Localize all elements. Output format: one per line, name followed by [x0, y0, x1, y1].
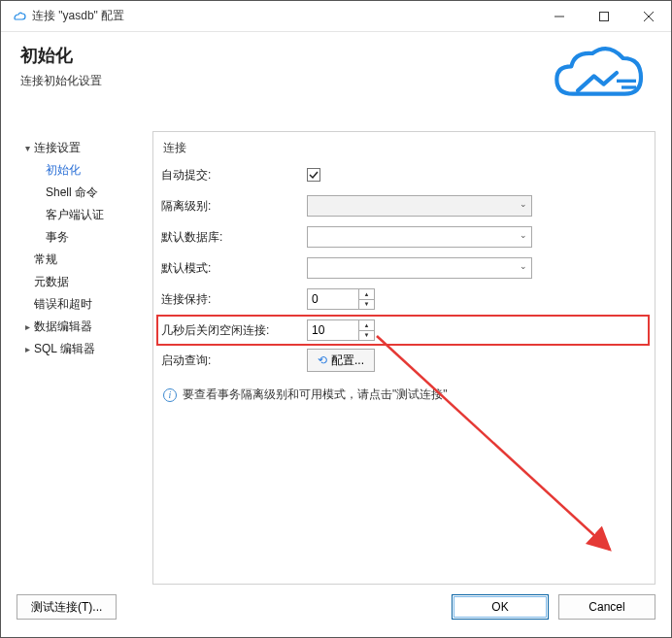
titlebar: 连接 "yasdb" 配置	[1, 1, 671, 32]
isolation-label: 隔离级别:	[161, 198, 307, 215]
app-icon	[11, 9, 26, 24]
dialog-window: 连接 "yasdb" 配置 初始化 连接初始化设置 ▾连接设置 初始化 She	[0, 0, 672, 638]
sidebar-item-label: 事务	[46, 229, 69, 246]
sidebar-item-label: 连接设置	[34, 140, 81, 156]
footer: 测试连接(T)... OK Cancel	[1, 585, 671, 637]
svg-rect-1	[600, 12, 609, 20]
idle-close-label: 几秒后关闭空闲连接:	[161, 322, 307, 339]
sql-icon: ⟲	[318, 353, 327, 367]
sidebar-item-label: 元数据	[34, 274, 69, 290]
sidebar-tree: ▾连接设置 初始化 Shell 命令 客户端认证 事务 常规 元数据 错误和超时…	[17, 131, 152, 585]
sidebar-item-label: Shell 命令	[46, 185, 98, 201]
sidebar-item-label: SQL 编辑器	[34, 341, 95, 357]
default-schema-combobox[interactable]: ⌄	[307, 257, 532, 279]
sidebar-item-metadata[interactable]: 元数据	[17, 271, 152, 293]
row-default-db: 默认数据库: ⌄	[161, 222, 643, 252]
row-isolation: 隔离级别: ⌄	[161, 191, 643, 220]
idle-close-input[interactable]	[308, 323, 356, 337]
window-controls	[537, 1, 671, 32]
sidebar-item-label: 数据编辑器	[34, 319, 92, 335]
sidebar-item-errors-timeout[interactable]: 错误和超时	[17, 293, 152, 316]
window-title: 连接 "yasdb" 配置	[32, 8, 537, 24]
default-db-label: 默认数据库:	[161, 229, 307, 246]
body: ▾连接设置 初始化 Shell 命令 客户端认证 事务 常规 元数据 错误和超时…	[1, 131, 671, 585]
settings-panel: 连接 自动提交: 隔离级别: ⌄	[152, 131, 655, 585]
sidebar-item-data-editor[interactable]: ▸数据编辑器	[17, 316, 152, 338]
row-autocommit: 自动提交:	[161, 160, 643, 189]
boot-query-label: 启动查询:	[161, 353, 307, 369]
cancel-label: Cancel	[588, 600, 624, 614]
sidebar-item-shell[interactable]: Shell 命令	[17, 182, 152, 204]
keepalive-label: 连接保持:	[161, 291, 307, 308]
keepalive-input[interactable]	[308, 292, 356, 306]
sidebar-item-transaction[interactable]: 事务	[17, 226, 152, 249]
info-text: 要查看事务隔离级别和可用模式，请点击"测试连接"	[183, 386, 448, 403]
default-db-combobox[interactable]: ⌄	[307, 226, 532, 248]
group-label: 连接	[161, 138, 643, 160]
sidebar-item-label: 初始化	[46, 162, 81, 179]
row-idle-close: 几秒后关闭空闲连接: ▲▼	[157, 316, 649, 345]
sidebar-item-connection-settings[interactable]: ▾连接设置	[17, 137, 152, 159]
info-row: i 要查看事务隔离级别和可用模式，请点击"测试连接"	[161, 386, 643, 403]
header-text: 初始化 连接初始化设置	[20, 44, 102, 89]
row-boot-query: 启动查询: ⟲ 配置...	[161, 346, 643, 375]
ok-label: OK	[491, 600, 508, 614]
idle-close-spinner[interactable]: ▲▼	[307, 319, 375, 341]
cancel-button[interactable]: Cancel	[558, 594, 655, 620]
autocommit-label: 自动提交:	[161, 167, 307, 184]
chevron-right-icon: ▸	[20, 321, 34, 332]
sidebar-item-label: 客户端认证	[46, 207, 104, 223]
row-keepalive: 连接保持: ▲▼	[161, 285, 643, 314]
page-title: 初始化	[20, 44, 102, 67]
sidebar-item-init[interactable]: 初始化	[17, 159, 152, 182]
row-default-schema: 默认模式: ⌄	[161, 253, 643, 283]
ok-button[interactable]: OK	[452, 594, 549, 620]
default-schema-label: 默认模式:	[161, 260, 307, 277]
isolation-combobox[interactable]: ⌄	[307, 195, 532, 217]
sidebar-item-label: 错误和超时	[34, 296, 92, 313]
test-connection-button[interactable]: 测试连接(T)...	[17, 594, 117, 620]
sidebar-item-sql-editor[interactable]: ▸SQL 编辑器	[17, 338, 152, 360]
spin-up-icon[interactable]: ▲	[359, 289, 374, 300]
boot-query-btn-label: 配置...	[331, 353, 364, 369]
chevron-down-icon: ⌄	[520, 230, 527, 240]
keepalive-spinner[interactable]: ▲▼	[307, 288, 375, 310]
spin-up-icon[interactable]: ▲	[359, 320, 374, 331]
chevron-down-icon: ⌄	[520, 261, 527, 271]
header: 初始化 连接初始化设置	[1, 32, 671, 131]
brand-logo	[549, 44, 646, 112]
chevron-down-icon: ▾	[20, 143, 34, 153]
maximize-button[interactable]	[582, 1, 626, 32]
autocommit-checkbox[interactable]	[307, 168, 320, 182]
chevron-right-icon: ▸	[20, 344, 34, 354]
spin-down-icon[interactable]: ▼	[359, 331, 374, 341]
boot-query-configure-button[interactable]: ⟲ 配置...	[307, 349, 375, 372]
sidebar-item-general[interactable]: 常规	[17, 249, 152, 271]
chevron-down-icon: ⌄	[520, 199, 527, 209]
spin-down-icon[interactable]: ▼	[359, 300, 374, 310]
minimize-button[interactable]	[537, 1, 582, 32]
test-connection-label: 测试连接(T)...	[31, 599, 102, 616]
info-icon: i	[163, 388, 177, 402]
sidebar-item-label: 常规	[34, 252, 57, 268]
close-button[interactable]	[626, 1, 671, 32]
sidebar-item-client-auth[interactable]: 客户端认证	[17, 204, 152, 226]
page-subtitle: 连接初始化设置	[20, 73, 102, 89]
